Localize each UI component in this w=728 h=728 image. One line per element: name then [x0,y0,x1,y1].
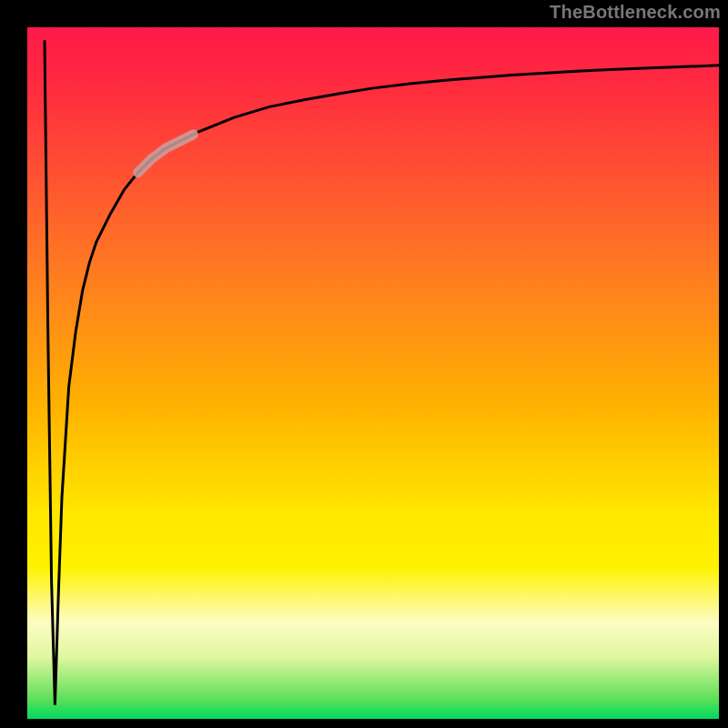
highlight-segment [138,135,194,173]
bottleneck-curve [45,41,719,705]
curve-svg [27,27,719,719]
chart-frame: TheBottleneck.com [0,0,728,728]
plot-area [27,27,719,719]
watermark-text: TheBottleneck.com [550,2,721,23]
